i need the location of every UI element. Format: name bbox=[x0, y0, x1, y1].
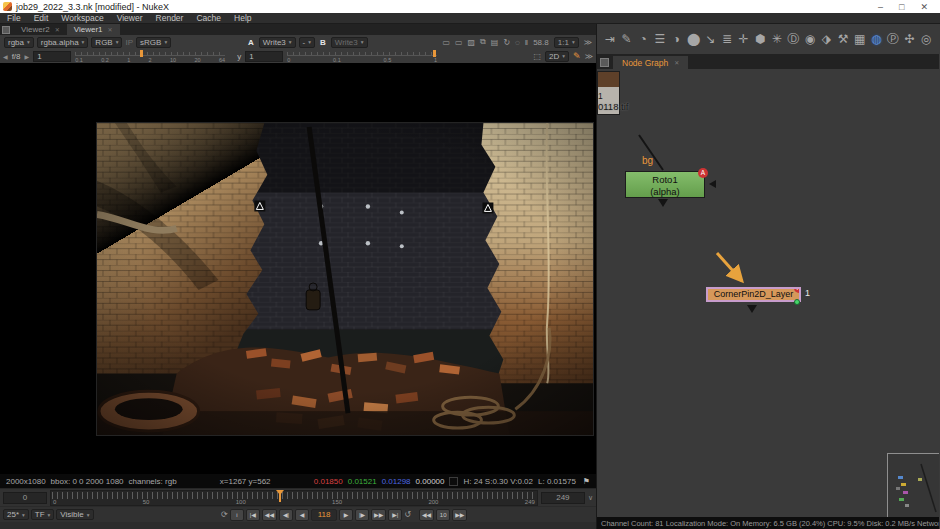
gamma-slider[interactable]: 00.1 0.51 bbox=[287, 50, 437, 62]
keyer-nodes-icon[interactable]: ↘ bbox=[704, 32, 716, 46]
menu-cache[interactable]: Cache bbox=[196, 13, 221, 23]
toolbar2-more-icon[interactable]: ≫ bbox=[585, 52, 593, 61]
transform-nodes-icon[interactable]: ✛ bbox=[738, 32, 750, 46]
decrement-button[interactable]: ◀◀ bbox=[419, 509, 434, 521]
tab-viewer2[interactable]: Viewer2 ✕ bbox=[14, 24, 67, 35]
b-buffer-select[interactable]: Write3▾ bbox=[331, 37, 368, 48]
view-mode-select[interactable]: 2D▾ bbox=[545, 51, 569, 62]
cornerpin-node[interactable]: CornerPin2D_Layer A bbox=[706, 287, 801, 302]
fps-display[interactable]: 58.8 bbox=[533, 38, 549, 47]
views-nodes-icon[interactable]: ◉ bbox=[804, 32, 816, 46]
display-channel-select[interactable]: RGB▾ bbox=[91, 37, 122, 48]
metadata-nodes-icon[interactable]: ⬗ bbox=[820, 32, 832, 46]
frame-info-button[interactable]: i bbox=[230, 509, 244, 521]
fps-select[interactable]: 25*▾ bbox=[3, 509, 29, 520]
menu-file[interactable]: File bbox=[7, 13, 21, 23]
roto1-output-arrow[interactable] bbox=[658, 199, 668, 207]
plugin-blue-icon[interactable]: ◍ bbox=[870, 32, 882, 46]
menu-render[interactable]: Render bbox=[156, 13, 184, 23]
merge-nodes-icon[interactable]: ≣ bbox=[721, 32, 733, 46]
frame-range-icon[interactable]: ⬚ bbox=[534, 52, 542, 61]
mask-icon[interactable]: ▤ bbox=[491, 38, 499, 47]
menu-viewer[interactable]: Viewer bbox=[117, 13, 143, 23]
play-forward-button[interactable]: ▶ bbox=[339, 509, 353, 521]
step-back-button[interactable]: ◀| bbox=[279, 509, 293, 521]
gain-slider-handle[interactable] bbox=[140, 50, 143, 57]
tab-viewer1[interactable]: Viewer1 ✕ bbox=[67, 24, 120, 35]
roto1-mask-input-arrow[interactable] bbox=[709, 180, 716, 188]
plugin-p-icon[interactable]: Ⓟ bbox=[887, 31, 899, 48]
3d-nodes-icon[interactable]: ⬢ bbox=[754, 32, 766, 46]
image-nodes-icon[interactable]: ⇥ bbox=[604, 32, 616, 46]
lut-select[interactable]: sRGB▾ bbox=[136, 37, 171, 48]
prev-keyframe-button[interactable]: ◀◀ bbox=[262, 509, 277, 521]
playback-mode-icon[interactable]: ⟳ bbox=[221, 510, 228, 519]
update-icon[interactable]: ◌ bbox=[515, 38, 520, 47]
visible-select[interactable]: Visible▾ bbox=[56, 509, 93, 520]
range-end-input[interactable]: 249 bbox=[541, 492, 585, 504]
loop-icon[interactable]: ↺ bbox=[404, 510, 411, 519]
tab-node-graph-close-icon[interactable]: ✕ bbox=[674, 59, 679, 66]
other-nodes-icon[interactable]: ▦ bbox=[854, 32, 866, 46]
timeline-lock-icon[interactable]: ∨ bbox=[588, 494, 593, 502]
timeline-ruler[interactable]: 050 100150 200249 bbox=[50, 490, 538, 506]
pane-menu-icon[interactable] bbox=[600, 58, 609, 67]
gain-slider[interactable]: 0.10.2 12 1020 64 bbox=[75, 50, 225, 62]
menu-help[interactable]: Help bbox=[234, 13, 251, 23]
input-process-toggle[interactable]: IP bbox=[125, 38, 133, 47]
pause-icon[interactable]: ‖ bbox=[525, 38, 528, 47]
frame-increment-input[interactable]: 10 bbox=[436, 509, 450, 521]
refresh-icon[interactable]: ↻ bbox=[503, 38, 510, 47]
frame-mode-select[interactable]: TF▾ bbox=[31, 509, 55, 520]
play-backward-button[interactable]: ◀ bbox=[295, 509, 309, 521]
fstop-next-icon[interactable]: ▶ bbox=[25, 53, 30, 60]
proxy-icon[interactable]: ▭ bbox=[455, 38, 463, 47]
menu-workspace[interactable]: Workspace bbox=[61, 13, 103, 23]
fstop-prev-icon[interactable]: ◀ bbox=[3, 53, 8, 60]
node-graph-canvas[interactable]: 1 0118.tif bg Roto1 (alpha) A CornerPin2… bbox=[597, 69, 939, 517]
roi-icon[interactable]: ▨ bbox=[468, 38, 476, 47]
time-nodes-icon[interactable]: ◔ bbox=[637, 32, 649, 46]
range-start-input[interactable]: 0 bbox=[3, 492, 47, 504]
goto-end-button[interactable]: ▶| bbox=[388, 509, 402, 521]
increment-button[interactable]: ▶▶ bbox=[452, 509, 467, 521]
tab-node-graph[interactable]: Node Graph ✕ bbox=[613, 56, 688, 69]
pane-menu-icon[interactable] bbox=[2, 26, 10, 34]
cornerpin-output-arrow[interactable] bbox=[747, 305, 757, 313]
a-buffer-select[interactable]: Write3▾ bbox=[259, 37, 296, 48]
layer-select[interactable]: rgba▾ bbox=[4, 37, 34, 48]
next-keyframe-button[interactable]: ▶▶ bbox=[371, 509, 386, 521]
gamma-slider-handle[interactable] bbox=[433, 50, 436, 57]
particles-nodes-icon[interactable]: ✳ bbox=[771, 32, 783, 46]
roto1-node[interactable]: Roto1 (alpha) A bbox=[625, 171, 705, 198]
tab-viewer1-close-icon[interactable]: ✕ bbox=[108, 26, 113, 33]
ab-mode-select[interactable]: -▾ bbox=[299, 37, 315, 48]
step-forward-button[interactable]: |▶ bbox=[355, 509, 369, 521]
close-button[interactable]: ✕ bbox=[920, 2, 928, 12]
deep-nodes-icon[interactable]: Ⓓ bbox=[787, 31, 799, 48]
channel-nodes-icon[interactable]: ☰ bbox=[654, 32, 666, 46]
menu-edit[interactable]: Edit bbox=[34, 13, 49, 23]
overlay-icon[interactable]: ⧉ bbox=[480, 37, 486, 47]
minimize-button[interactable]: – bbox=[878, 2, 883, 12]
node-graph-minimap[interactable] bbox=[887, 453, 939, 517]
current-frame-input[interactable]: 118 bbox=[311, 509, 337, 521]
viewer-viewport[interactable] bbox=[0, 63, 596, 474]
toolsets-icon[interactable]: ⚒ bbox=[837, 32, 849, 46]
filter-nodes-icon[interactable]: ⬤ bbox=[687, 32, 700, 46]
goto-start-button[interactable]: |◀ bbox=[246, 509, 260, 521]
color-nodes-icon[interactable]: ◑ bbox=[670, 32, 682, 46]
gain-input[interactable]: 1 bbox=[33, 51, 71, 62]
gamma-input[interactable]: 1 bbox=[245, 51, 283, 62]
channel-select[interactable]: rgba.alpha▾ bbox=[37, 37, 89, 48]
maximize-button[interactable]: □ bbox=[899, 2, 904, 12]
plugin-globe-icon[interactable]: ◎ bbox=[920, 32, 932, 46]
plugin-sparkle-icon[interactable]: ✣ bbox=[903, 32, 915, 46]
annotate-pen-icon[interactable]: ✎ bbox=[573, 51, 581, 61]
flag-icon[interactable]: ⚑ bbox=[583, 477, 590, 486]
tab-viewer2-close-icon[interactable]: ✕ bbox=[55, 26, 60, 33]
zoom-select[interactable]: 1:1▾ bbox=[554, 37, 579, 48]
wipe-icon[interactable]: ▭ bbox=[442, 38, 450, 47]
draw-nodes-icon[interactable]: ✎ bbox=[621, 32, 633, 46]
toolbar-more-icon[interactable]: ≫ bbox=[584, 38, 592, 47]
